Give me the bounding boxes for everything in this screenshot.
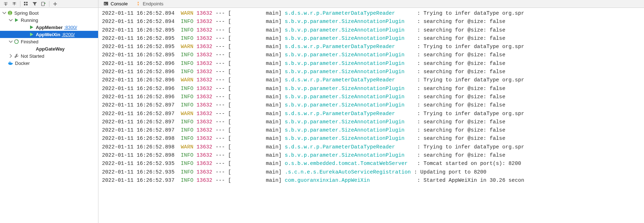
log-line: 2022-01-11 16:26:52.896 INFO 13632 --- [… — [102, 93, 644, 101]
log-separator: --- — [216, 152, 225, 158]
log-line: 2022-01-11 16:26:52.895 INFO 13632 --- [… — [102, 51, 644, 59]
log-bracket: ] — [279, 152, 282, 158]
log-logger: s.d.s.w.r.p.ParameterDataTypeReader — [285, 77, 417, 83]
svg-rect-2 — [24, 4, 25, 5]
log-message: searching for @size: false — [423, 127, 505, 133]
log-bracket: [ — [228, 177, 231, 183]
log-thread: main — [266, 19, 279, 24]
log-level: INFO — [181, 86, 197, 91]
log-message: Tomcat started on port(s): 8200 — [423, 161, 524, 166]
log-bracket: ] — [279, 52, 282, 58]
log-pid: 13632 — [197, 69, 212, 75]
tab-label: Console — [111, 1, 128, 6]
log-timestamp: 2022-01-11 16:26:52.895 — [102, 44, 174, 49]
tree-node-docker[interactable]: Docker — [0, 60, 98, 67]
log-thread: main — [266, 102, 279, 108]
console-icon — [103, 1, 108, 6]
add-service-button[interactable] — [52, 1, 59, 7]
tree-node-appweixin[interactable]: AppWeiXin :8200/ — [0, 31, 98, 38]
log-colon: : — [417, 44, 420, 49]
group-by-button[interactable] — [23, 1, 30, 7]
filter-button[interactable] — [31, 1, 38, 7]
tree-node-appgateway[interactable]: AppGateWay — [0, 45, 98, 52]
log-thread: main — [266, 161, 279, 166]
sidebar-toolbar — [0, 0, 98, 8]
log-colon: : — [417, 77, 420, 83]
tree-node-not-started[interactable]: Not Started — [0, 52, 98, 60]
log-separator: --- — [216, 86, 225, 91]
log-pid: 13632 — [197, 10, 212, 16]
log-bracket: ] — [279, 86, 282, 91]
expand-all-button[interactable] — [11, 1, 18, 7]
log-line: 2022-01-11 16:26:52.898 INFO 13632 --- [… — [102, 134, 644, 143]
tree-node-label: Not Started — [21, 53, 44, 59]
log-bracket: ] — [279, 161, 282, 166]
log-line: 2022-01-11 16:26:52.897 WARN 13632 --- [… — [102, 110, 644, 118]
log-bracket: ] — [279, 127, 282, 133]
log-line: 2022-01-11 16:26:52.896 INFO 13632 --- [… — [102, 68, 644, 76]
log-line: 2022-01-11 16:26:52.896 WARN 13632 --- [… — [102, 76, 644, 84]
log-pid: 13632 — [197, 177, 212, 183]
log-line: 2022-01-11 16:26:52.935 INFO 13632 --- [… — [102, 160, 644, 168]
log-level: INFO — [181, 136, 197, 141]
svg-rect-4 — [42, 2, 44, 6]
log-timestamp: 2022-01-11 16:26:52.897 — [102, 111, 174, 117]
log-bracket: ] — [279, 77, 282, 83]
log-timestamp: 2022-01-11 16:26:52.896 — [102, 94, 174, 100]
log-container: 2022-01-11 16:26:52.894 WARN 13632 --- [… — [102, 9, 644, 185]
tree-node-running[interactable]: Running — [0, 16, 98, 24]
log-thread: main — [266, 86, 279, 91]
log-pid: 13632 — [197, 169, 212, 175]
log-level: INFO — [181, 27, 197, 33]
log-logger: s.b.v.p.parameter.SizeAnnotationPlugin — [285, 69, 417, 75]
collapse-all-button[interactable] — [2, 1, 9, 7]
chevron-down-icon — [9, 18, 13, 22]
log-thread: main — [266, 61, 279, 66]
services-tree: Spring Boot Running AppMember :8300/ — [0, 8, 98, 223]
log-separator: --- — [216, 136, 225, 141]
log-thread: main — [266, 69, 279, 75]
log-bracket: [ — [228, 27, 231, 33]
log-level: INFO — [181, 169, 197, 175]
log-bracket: [ — [228, 10, 231, 16]
log-timestamp: 2022-01-11 16:26:52.935 — [102, 161, 174, 166]
log-line: 2022-01-11 16:26:52.896 INFO 13632 --- [… — [102, 60, 644, 68]
log-thread: main — [266, 10, 279, 16]
log-colon: : — [417, 69, 420, 75]
tab-console[interactable]: Console — [101, 0, 130, 8]
app-icon — [29, 46, 34, 52]
tree-node-appmember[interactable]: AppMember :8300/ — [0, 24, 98, 31]
log-line: 2022-01-11 16:26:52.937 INFO 13632 --- [… — [102, 176, 644, 185]
log-message: searching for @size: false — [423, 61, 505, 66]
tree-node-spring-boot[interactable]: Spring Boot — [0, 9, 98, 16]
spring-boot-icon — [7, 10, 13, 16]
log-logger: s.b.v.p.parameter.SizeAnnotationPlugin — [285, 119, 417, 125]
log-pid: 13632 — [197, 27, 212, 33]
log-message: searching for @size: false — [423, 94, 505, 100]
log-message: Trying to infer dataType org.spr — [423, 44, 524, 49]
run-icon — [29, 24, 34, 30]
log-bracket: ] — [279, 35, 282, 41]
wrench-icon — [14, 53, 19, 59]
tree-node-label: AppWeiXin — [36, 32, 60, 37]
log-colon: : — [414, 169, 417, 175]
tree-node-finished[interactable]: Finished — [0, 38, 98, 45]
log-pid: 13632 — [197, 35, 212, 41]
log-bracket: ] — [279, 177, 282, 183]
log-pid: 13632 — [197, 77, 212, 83]
log-separator: --- — [216, 35, 225, 41]
log-timestamp: 2022-01-11 16:26:52.894 — [102, 19, 174, 24]
add-config-button[interactable] — [40, 1, 47, 7]
tab-endpoints[interactable]: Endpoints — [134, 0, 166, 8]
run-icon — [29, 32, 34, 37]
log-line: 2022-01-11 16:26:52.897 INFO 13632 --- [… — [102, 126, 644, 134]
log-line: 2022-01-11 16:26:52.897 INFO 13632 --- [… — [102, 101, 644, 109]
console-output[interactable]: 2022-01-11 16:26:52.894 WARN 13632 --- [… — [98, 8, 644, 223]
log-pid: 13632 — [197, 52, 212, 58]
log-pid: 13632 — [197, 94, 212, 100]
tree-node-port[interactable]: :8300/ — [64, 25, 77, 30]
log-line: 2022-01-11 16:26:52.898 INFO 13632 --- [… — [102, 151, 644, 160]
docker-icon — [8, 60, 14, 66]
tree-node-port[interactable]: :8200/ — [62, 32, 74, 37]
log-logger: s.b.v.p.parameter.SizeAnnotationPlugin — [285, 35, 417, 41]
